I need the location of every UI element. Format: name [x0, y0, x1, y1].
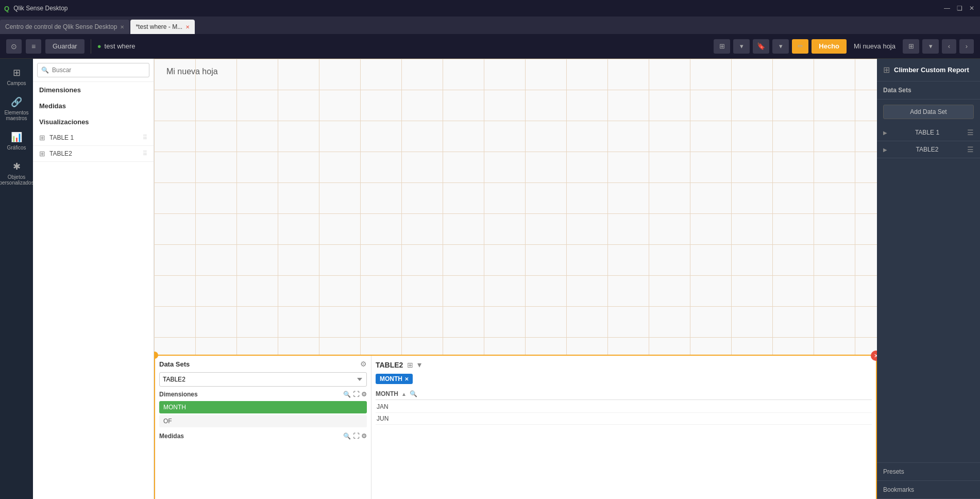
- column-search-icon[interactable]: 🔍: [410, 390, 417, 397]
- widget-panel: ✕ Data Sets ⚙ TABLE2 Dimensiones 🔍 ⛶ ⚙: [154, 355, 877, 499]
- campos-icon: ⊞: [13, 67, 21, 78]
- dimensiones-label: Dimensiones: [159, 391, 198, 398]
- sidebar-item-label: Gráficos: [7, 145, 26, 151]
- dimensiones-section-header[interactable]: Dimensiones: [33, 82, 154, 98]
- settings-medidas-icon[interactable]: ⚙: [361, 433, 367, 440]
- app-name-text: test where: [105, 42, 136, 50]
- nav-dropdown-button[interactable]: ⊙: [6, 39, 22, 54]
- search-wrap: 🔍: [37, 63, 149, 77]
- report-icon: ⊞: [883, 65, 890, 75]
- sheet-dropdown-button[interactable]: ▾: [922, 39, 939, 54]
- toolbar-divider: [91, 39, 91, 54]
- prev-sheet-button[interactable]: ‹: [942, 39, 956, 54]
- sort-icon[interactable]: ▲: [401, 391, 407, 397]
- bookmarks-item[interactable]: Bookmarks: [877, 481, 980, 499]
- table-icon: ⊞: [39, 149, 45, 158]
- table-row: JUN: [376, 413, 872, 425]
- month-tag-close-icon[interactable]: ✕: [404, 376, 409, 382]
- tab-test-where[interactable]: *test where - M... ✕: [130, 20, 195, 34]
- right-panel-datasets-section: Data Sets: [877, 81, 980, 99]
- search-medidas-icon[interactable]: 🔍: [343, 433, 351, 440]
- sheet-settings-button[interactable]: ⊞: [903, 39, 919, 54]
- pencil-button[interactable]: ✏: [792, 39, 808, 54]
- fields-panel: 🔍 Dimensiones Medidas Visualizaciones ⊞ …: [33, 59, 154, 499]
- grid-view-icon: ≡: [31, 42, 36, 51]
- expand-icon: ▶: [883, 130, 887, 136]
- toolbar: ⊙ ≡ Guardar ● test where ⊞ ▾ 🔖 ▾ ✏ Hecho…: [0, 34, 980, 59]
- dimension-month-item[interactable]: MONTH: [159, 401, 367, 413]
- sidebar-item-label: Objetos personalizados: [0, 174, 34, 186]
- sidebar-item-label: Elementos maestros: [4, 110, 29, 121]
- tab-close-icon[interactable]: ✕: [185, 24, 190, 30]
- right-panel-title: Climber Custom Report: [894, 66, 969, 74]
- sheet-name-label: Mi nueva hoja: [850, 42, 900, 50]
- bookmark-dropdown-button[interactable]: ▾: [772, 39, 789, 54]
- table-icon: ⊞: [39, 134, 45, 142]
- pencil-icon: ✏: [798, 42, 803, 50]
- sidebar-item-objetos[interactable]: ✱ Objetos personalizados: [2, 157, 31, 190]
- restore-button[interactable]: ❑: [955, 4, 964, 12]
- table2-label: TABLE2: [916, 146, 939, 153]
- expand-medidas-icon[interactable]: ⛶: [353, 433, 359, 440]
- add-dataset-button[interactable]: Add Data Set: [883, 105, 974, 119]
- dimension-of-item[interactable]: OF: [159, 415, 367, 427]
- menu-icon[interactable]: ☰: [967, 145, 974, 154]
- presets-item[interactable]: Presets: [877, 463, 980, 481]
- drag-handle-icon: ⠿: [143, 134, 147, 141]
- presentation-button[interactable]: ⊞: [714, 39, 730, 54]
- menu-icon[interactable]: ☰: [967, 128, 974, 137]
- sidebar-item-campos[interactable]: ⊞ Campos: [2, 63, 31, 90]
- close-button[interactable]: ✕: [968, 4, 976, 12]
- table2-title: TABLE2: [376, 361, 403, 369]
- right-panel-table2-item[interactable]: ▶ TABLE2 ☰: [877, 141, 980, 158]
- datasets-settings-button[interactable]: ⚙: [360, 360, 367, 368]
- presentation-icon: ⊞: [719, 42, 725, 50]
- sheet-title: Mi nueva hoja: [154, 59, 877, 85]
- save-button[interactable]: Guardar: [45, 39, 85, 54]
- datasets-section-title: Data Sets ⚙: [159, 360, 367, 368]
- search-input[interactable]: [37, 63, 149, 77]
- month-tag: MONTH ✕: [376, 374, 413, 384]
- visualizaciones-section-header[interactable]: Visualizaciones: [33, 114, 154, 130]
- title-bar-text: Qlik Sense Desktop: [13, 5, 943, 12]
- tab-label: Centro de control de Qlik Sense Desktop: [5, 23, 117, 30]
- visualization-table1-item[interactable]: ⊞ TABLE 1 ⠿: [33, 130, 154, 146]
- dimensiones-subsection: Dimensiones 🔍 ⛶ ⚙: [159, 391, 367, 398]
- visualization-table2-item[interactable]: ⊞ TABLE2 ⠿: [33, 146, 154, 162]
- right-panel-table1-item[interactable]: ▶ TABLE 1 ☰: [877, 124, 980, 141]
- table2-column-header: MONTH ▲ 🔍: [376, 388, 872, 400]
- medidas-section-header[interactable]: Medidas: [33, 98, 154, 114]
- table2-dropdown-icon[interactable]: ▾: [417, 360, 421, 370]
- expand-dimensions-icon[interactable]: ⛶: [353, 391, 359, 398]
- medidas-label: Medidas: [159, 433, 184, 440]
- presentation-dropdown-button[interactable]: ▾: [733, 39, 750, 54]
- hecho-button[interactable]: Hecho: [812, 39, 847, 54]
- medidas-subsection: Medidas 🔍 ⛶ ⚙: [159, 433, 367, 440]
- grid-view-button[interactable]: ≡: [26, 39, 41, 54]
- window-controls: — ❑ ✕: [943, 4, 976, 12]
- minimize-button[interactable]: —: [943, 4, 951, 12]
- tab-close-icon[interactable]: ✕: [120, 24, 124, 30]
- expand-icon: ▶: [883, 147, 887, 153]
- left-sidebar: ⊞ Campos 🔗 Elementos maestros 📊 Gráficos…: [0, 59, 33, 499]
- objetos-icon: ✱: [13, 161, 21, 172]
- bookmark-button[interactable]: 🔖: [753, 39, 769, 54]
- sidebar-item-elementos[interactable]: 🔗 Elementos maestros: [2, 92, 31, 125]
- canvas-area: Mi nueva hoja ✕ Data Sets ⚙ TABLE2 Dimen…: [154, 59, 877, 499]
- search-dimensions-icon[interactable]: 🔍: [343, 391, 351, 398]
- table-select[interactable]: TABLE2: [159, 372, 367, 387]
- bookmark-icon: 🔖: [757, 42, 765, 50]
- drag-handle-icon: ⠿: [143, 150, 147, 157]
- graficos-icon: 📊: [11, 131, 22, 143]
- app-indicator-icon: ●: [97, 42, 102, 50]
- widget-datasets-panel: Data Sets ⚙ TABLE2 Dimensiones 🔍 ⛶ ⚙ MON…: [155, 356, 371, 499]
- search-icon: 🔍: [41, 66, 49, 74]
- elementos-icon: 🔗: [11, 96, 22, 108]
- sidebar-item-graficos[interactable]: 📊 Gráficos: [2, 127, 31, 155]
- settings-dimensions-icon[interactable]: ⚙: [361, 391, 367, 398]
- tab-control-center[interactable]: Centro de control de Qlik Sense Desktop …: [0, 20, 129, 34]
- tab-label: *test where - M...: [136, 23, 182, 30]
- table2-icon-button[interactable]: ⊞: [407, 361, 413, 369]
- table1-label: TABLE 1: [915, 129, 939, 136]
- next-sheet-button[interactable]: ›: [959, 39, 974, 54]
